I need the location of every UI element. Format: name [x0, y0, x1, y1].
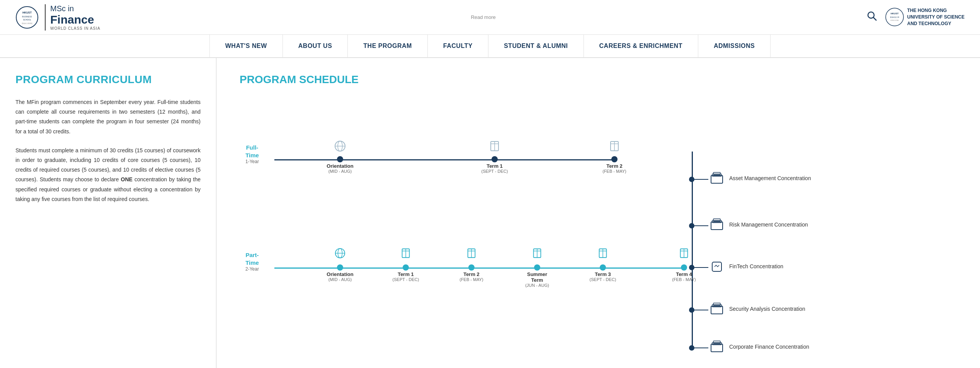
nav-student-alumni[interactable]: STUDENT & ALUMNI: [488, 35, 584, 57]
pt-book5-icon: [678, 247, 690, 262]
ft-globe-icon: [334, 140, 346, 155]
svg-rect-45: [711, 306, 723, 314]
pt-book2-icon: [466, 247, 477, 262]
concentration-security[interactable]: Security Analysis Concentration: [709, 302, 833, 317]
security-text: Security Analysis Concentration: [729, 305, 805, 313]
risk-mgmt-text: Risk Management Concentration: [729, 221, 808, 229]
conc-dot-fintech: [689, 265, 694, 270]
svg-text:香港科技大學: 香港科技大學: [890, 16, 899, 18]
svg-rect-23: [711, 222, 723, 230]
pt-label-3: Term 2 (FEB - MAY): [459, 271, 483, 282]
svg-point-5: [868, 12, 874, 18]
nav-admissions[interactable]: ADMISSIONS: [698, 35, 771, 57]
ft-node-2: [492, 156, 498, 162]
header-read-more: Read more: [100, 14, 866, 20]
logo-text: MSc in Finance WORLD CLASS IN ASIA: [45, 4, 100, 31]
pt-label-5: Term 3 (SEPT - DEC): [590, 271, 616, 282]
pt-node-1: [337, 264, 343, 271]
pt-node-5: [600, 264, 606, 271]
pt-label-2: Term 1 (SEPT - DEC): [393, 271, 419, 282]
pt-label-6: Term 4 (FEB - MAY): [672, 271, 696, 282]
conc-dot-corp: [689, 345, 694, 351]
fulltime-label: Full-Time 1-Year: [240, 144, 265, 165]
pt-globe-icon: [334, 247, 346, 262]
parttime-line: [274, 267, 684, 269]
main-nav: WHAT'S NEW ABOUT US THE PROGRAM FACULTY …: [0, 35, 980, 58]
fintech-text: FinTech Concentration: [729, 263, 783, 271]
svg-rect-22: [713, 172, 720, 175]
risk-mgmt-icon: [709, 217, 725, 233]
logo-area: HKUST BUSINESS SCHOOL 香港科大商學院 MSc in Fin…: [15, 4, 100, 31]
read-more-text: Read more: [471, 14, 495, 20]
hkust-right-logo: HKUST 香港科技大學 HONG KONG THE HONG KONG UNI…: [885, 7, 965, 27]
hkust-university-emblem-icon: HKUST 香港科技大學 HONG KONG: [885, 7, 904, 27]
nav-about-us[interactable]: ABOUT US: [283, 35, 348, 57]
search-icon[interactable]: [866, 10, 877, 24]
svg-text:BUSINESS: BUSINESS: [22, 15, 32, 18]
logo-finance-label: Finance: [50, 13, 100, 26]
conc-dot-risk: [689, 223, 694, 228]
conc-connector-fintech: [693, 267, 708, 268]
pt-label-1: Orientation (MID - AUG): [327, 271, 353, 282]
conc-connector-asset: [693, 179, 708, 180]
curriculum-para1: The MFin program commences in September …: [15, 97, 201, 136]
hkust-logo[interactable]: HKUST BUSINESS SCHOOL 香港科大商學院: [15, 6, 39, 29]
concentration-fintech[interactable]: FinTech Concentration: [709, 259, 833, 274]
ft-label-2: Term 1 (SEPT - DEC): [481, 163, 508, 174]
asset-mgmt-icon: [709, 171, 725, 186]
logo-msc-label: MSc in: [50, 4, 100, 13]
ft-book1-icon: [488, 140, 501, 155]
fintech-icon: [709, 259, 725, 274]
header-right: HKUST 香港科技大學 HONG KONG THE HONG KONG UNI…: [866, 7, 965, 27]
ft-book2-icon: [608, 140, 621, 155]
pt-book4-icon: [597, 247, 609, 262]
svg-rect-26: [712, 262, 721, 271]
security-icon: [709, 302, 725, 317]
logo-world-label: WORLD CLASS IN ASIA: [50, 26, 100, 31]
ft-node-1: [337, 156, 343, 162]
conc-connector-risk: [693, 225, 708, 226]
schedule-title: PROGRAM SCHEDULE: [240, 73, 965, 86]
svg-text:香港科大商學院: 香港科大商學院: [22, 22, 32, 24]
pt-node-4: [534, 264, 540, 271]
conc-dot-asset: [689, 177, 694, 182]
concentration-corp[interactable]: Corporate Finance Concentration: [709, 339, 833, 355]
pt-label-4: Summer Term (JUN - AUG): [525, 271, 549, 288]
hkust-emblem-icon: HKUST BUSINESS SCHOOL 香港科大商學院: [15, 6, 39, 29]
corp-finance-text: Corporate Finance Concentration: [729, 343, 809, 351]
nav-whats-new[interactable]: WHAT'S NEW: [209, 35, 283, 57]
fulltime-line: [274, 159, 614, 160]
svg-text:HONG KONG: HONG KONG: [890, 20, 899, 21]
schedule-diagram: Full-Time 1-Year Orientation (MID - AUG): [240, 105, 965, 368]
parttime-label: Part-Time 2-Year: [240, 251, 265, 273]
svg-text:SCHOOL: SCHOOL: [23, 19, 31, 21]
header: HKUST BUSINESS SCHOOL 香港科大商學院 MSc in Fin…: [0, 0, 980, 35]
svg-rect-48: [711, 344, 723, 352]
svg-rect-47: [713, 303, 720, 305]
ft-node-3: [611, 156, 618, 162]
pt-book3-icon: [531, 247, 543, 262]
asset-mgmt-text: Asset Management Concentration: [729, 175, 811, 182]
conc-connector-security: [693, 310, 708, 310]
main-content: PROGRAM CURRICULUM The MFin program comm…: [0, 58, 980, 368]
curriculum-para2: Students must complete a minimum of 30 c…: [15, 146, 201, 204]
svg-line-6: [873, 17, 876, 20]
svg-text:HKUST: HKUST: [22, 11, 32, 14]
conc-connector-corp: [693, 348, 708, 348]
svg-rect-25: [713, 219, 720, 221]
curriculum-panel: PROGRAM CURRICULUM The MFin program comm…: [0, 58, 216, 368]
pt-book1-icon: [400, 247, 412, 262]
concentration-asset[interactable]: Asset Management Concentration: [709, 171, 833, 186]
svg-rect-20: [711, 175, 723, 183]
corp-finance-icon: [709, 339, 725, 355]
pt-node-3: [468, 264, 475, 271]
hkust-right-text: THE HONG KONG UNIVERSITY OF SCIENCE AND …: [907, 7, 965, 27]
ft-label-1: Orientation (MID - AUG): [327, 163, 353, 174]
nav-faculty[interactable]: FACULTY: [428, 35, 488, 57]
nav-careers[interactable]: CAREERS & ENRICHMENT: [584, 35, 698, 57]
nav-the-program[interactable]: THE PROGRAM: [348, 35, 428, 57]
concentration-risk[interactable]: Risk Management Concentration: [709, 217, 833, 233]
pt-node-2: [403, 264, 409, 271]
curriculum-one-bold: ONE: [121, 176, 133, 182]
svg-rect-50: [713, 341, 720, 343]
